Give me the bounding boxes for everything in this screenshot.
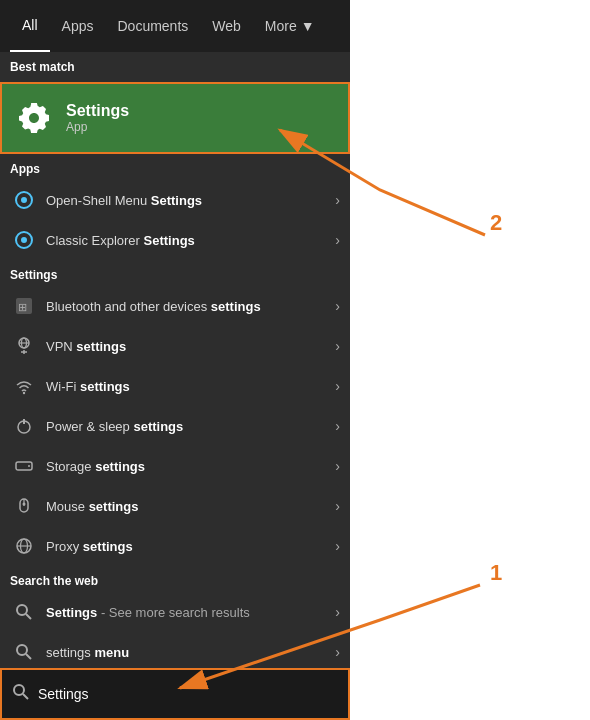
list-item-text: Proxy settings (46, 539, 335, 554)
list-item-text: Bluetooth and other devices settings (46, 299, 335, 314)
tab-all[interactable]: All (10, 0, 50, 52)
svg-line-29 (23, 694, 28, 699)
chevron-right-icon: › (335, 458, 340, 474)
chevron-right-icon: › (335, 378, 340, 394)
list-item[interactable]: Storage settings › (0, 446, 350, 486)
svg-point-15 (28, 465, 30, 467)
search-input[interactable]: Settings (38, 686, 89, 702)
svg-point-3 (21, 237, 27, 243)
tab-apps[interactable]: Apps (50, 0, 106, 52)
search-bar[interactable]: Settings (0, 668, 350, 720)
svg-point-28 (14, 685, 24, 695)
best-match-label: Best match (0, 52, 350, 78)
open-shell-icon (10, 186, 38, 214)
start-menu: All Apps Documents Web More ▼ Best match… (0, 0, 350, 720)
svg-line-23 (26, 614, 31, 619)
svg-point-22 (17, 605, 27, 615)
svg-line-25 (26, 654, 31, 659)
power-icon (10, 412, 38, 440)
list-item[interactable]: Settings - See more search results › (0, 592, 350, 632)
tab-documents[interactable]: Documents (105, 0, 200, 52)
list-item[interactable]: settings menu › (0, 632, 350, 668)
bluetooth-icon: ⊞ (10, 292, 38, 320)
apps-section-label: Apps (0, 154, 350, 180)
best-match-title: Settings (66, 102, 129, 120)
classic-explorer-icon (10, 226, 38, 254)
list-item-text: Settings - See more search results (46, 605, 335, 620)
search-web-label: Search the web (0, 566, 350, 592)
svg-point-1 (21, 197, 27, 203)
list-item[interactable]: ⊞ Bluetooth and other devices settings › (0, 286, 350, 326)
list-item[interactable]: VPN settings › (0, 326, 350, 366)
list-item-text: Open-Shell Menu Settings (46, 193, 335, 208)
search-icon (12, 683, 30, 705)
list-item[interactable]: Power & sleep settings › (0, 406, 350, 446)
list-item[interactable]: Open-Shell Menu Settings › (0, 180, 350, 220)
chevron-right-icon: › (335, 338, 340, 354)
menu-content: Best match Settings App Apps (0, 52, 350, 668)
svg-point-11 (23, 392, 25, 394)
storage-icon (10, 452, 38, 480)
chevron-right-icon: › (335, 232, 340, 248)
tab-bar: All Apps Documents Web More ▼ (0, 0, 350, 52)
list-item[interactable]: Wi-Fi settings › (0, 366, 350, 406)
best-match-text: Settings App (66, 102, 129, 134)
annotation-label-1: 1 (490, 560, 502, 586)
svg-point-24 (17, 645, 27, 655)
search-icon (10, 638, 38, 666)
search-icon (10, 598, 38, 626)
list-item[interactable]: Mouse settings › (0, 486, 350, 526)
tab-more-label: More (265, 18, 297, 34)
annotation-label-2: 2 (490, 210, 502, 236)
list-item-text: Mouse settings (46, 499, 335, 514)
list-item-text: Power & sleep settings (46, 419, 335, 434)
settings-section-label: Settings (0, 260, 350, 286)
chevron-right-icon: › (335, 192, 340, 208)
list-item[interactable]: Proxy settings › (0, 526, 350, 566)
list-item[interactable]: Classic Explorer Settings › (0, 220, 350, 260)
wifi-icon (10, 372, 38, 400)
svg-text:⊞: ⊞ (18, 301, 27, 313)
chevron-right-icon: › (335, 298, 340, 314)
chevron-right-icon: › (335, 538, 340, 554)
list-item-text: Wi-Fi settings (46, 379, 335, 394)
mouse-icon (10, 492, 38, 520)
tab-web[interactable]: Web (200, 0, 253, 52)
settings-app-icon (12, 96, 56, 140)
chevron-right-icon: › (335, 604, 340, 620)
list-item-text: Classic Explorer Settings (46, 233, 335, 248)
vpn-icon (10, 332, 38, 360)
chevron-right-icon: › (335, 498, 340, 514)
svg-point-18 (23, 503, 26, 506)
chevron-down-icon: ▼ (301, 18, 315, 34)
list-item-text: settings menu (46, 645, 335, 660)
list-item-text: VPN settings (46, 339, 335, 354)
chevron-right-icon: › (335, 644, 340, 660)
best-match-item[interactable]: Settings App (0, 82, 350, 154)
list-item-text: Storage settings (46, 459, 335, 474)
proxy-icon (10, 532, 38, 560)
best-match-subtitle: App (66, 120, 129, 134)
chevron-right-icon: › (335, 418, 340, 434)
tab-more[interactable]: More ▼ (253, 12, 327, 40)
